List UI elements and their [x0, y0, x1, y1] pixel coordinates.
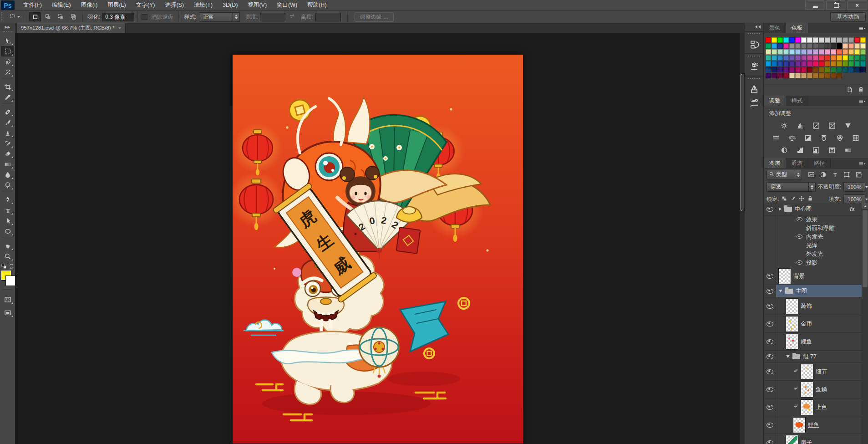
- intersect-selection-button[interactable]: [67, 12, 79, 21]
- lock-transparency-icon[interactable]: [781, 195, 787, 203]
- layer-name[interactable]: 金币: [801, 320, 812, 328]
- layer-thumbnail[interactable]: [801, 382, 813, 397]
- layer-content[interactable]: 装饰: [776, 297, 862, 315]
- color-swatch[interactable]: [777, 55, 783, 61]
- group-caret-icon[interactable]: [779, 290, 782, 292]
- color-swatch[interactable]: [772, 43, 777, 49]
- brightness-contrast-icon[interactable]: [778, 121, 790, 130]
- color-swatch[interactable]: [819, 67, 824, 72]
- color-swatch[interactable]: [825, 49, 830, 55]
- color-swatch[interactable]: [860, 43, 866, 49]
- layers-scrollbar[interactable]: [862, 203, 868, 444]
- width-input[interactable]: [260, 13, 285, 21]
- color-swatch[interactable]: [807, 67, 812, 72]
- document-tab[interactable]: 957x1281.psd @ 66.7% (主图, RGB/8) * ×: [16, 23, 126, 33]
- fx-eye-slot[interactable]: [796, 217, 803, 223]
- lasso-tool[interactable]: [1, 56, 14, 67]
- color-swatch[interactable]: [837, 49, 842, 55]
- vibrance-icon[interactable]: [842, 121, 854, 130]
- type-layer-filter-icon[interactable]: T: [830, 170, 840, 179]
- visibility-toggle[interactable]: [764, 203, 776, 215]
- layer-row-装饰[interactable]: 装饰: [764, 297, 862, 315]
- layer-name[interactable]: 装饰: [801, 302, 812, 310]
- color-swatch[interactable]: [813, 67, 818, 72]
- layer-row-斜面和浮雕[interactable]: 斜面和浮雕: [764, 224, 862, 233]
- restore-button[interactable]: [826, 0, 846, 10]
- layer-row-金币[interactable]: 金币: [764, 315, 862, 333]
- layer-row-背景[interactable]: 背景: [764, 267, 862, 285]
- panel-menu-icon[interactable]: [858, 97, 866, 106]
- magic-wand-tool[interactable]: [1, 67, 14, 77]
- visibility-toggle[interactable]: [764, 398, 776, 416]
- color-swatch[interactable]: [783, 49, 789, 55]
- color-swatch[interactable]: [777, 67, 783, 72]
- style-dropdown[interactable]: 正常: [199, 12, 240, 22]
- color-swatch[interactable]: [772, 67, 777, 72]
- clone-source-panel-icon[interactable]: [745, 96, 763, 110]
- antialias-checkbox[interactable]: [142, 14, 147, 20]
- color-swatch[interactable]: [837, 37, 842, 43]
- color-swatch[interactable]: [783, 61, 789, 66]
- hue-saturation-icon[interactable]: [770, 133, 782, 143]
- minimize-button[interactable]: [805, 0, 825, 10]
- color-swatch[interactable]: [843, 43, 848, 49]
- color-swatch[interactable]: [772, 49, 777, 55]
- layer-name[interactable]: 扇子: [801, 439, 812, 444]
- color-swatch[interactable]: [837, 61, 842, 66]
- brush-presets-panel-icon[interactable]: [745, 82, 763, 96]
- channel-mixer-icon[interactable]: [834, 133, 846, 143]
- threshold-icon[interactable]: [810, 145, 822, 155]
- layer-content[interactable]: 外发光: [776, 250, 862, 259]
- history-brush-tool[interactable]: [1, 138, 14, 148]
- layer-name[interactable]: 鱼鳞: [816, 386, 827, 393]
- color-swatch[interactable]: [819, 61, 824, 66]
- layer-content[interactable]: 投影: [776, 259, 862, 267]
- visibility-toggle[interactable]: [764, 250, 776, 259]
- expand-panels-icon[interactable]: [745, 23, 763, 31]
- visibility-toggle[interactable]: [764, 267, 776, 285]
- visibility-toggle[interactable]: [764, 285, 776, 297]
- tab-close-icon[interactable]: ×: [118, 25, 121, 31]
- menu-item-3D(D)[interactable]: 3D(D): [218, 0, 243, 10]
- options-bar-gripper[interactable]: [1, 12, 5, 21]
- black-white-icon[interactable]: [802, 133, 814, 143]
- color-swatch[interactable]: [807, 49, 812, 55]
- layer-row-细节[interactable]: 细节: [764, 363, 862, 381]
- layer-content[interactable]: 背景: [776, 267, 862, 285]
- color-swatch[interactable]: [789, 73, 795, 78]
- color-swatch[interactable]: [789, 55, 795, 61]
- color-swatch[interactable]: [801, 61, 807, 66]
- layer-name[interactable]: 斜面和浮雕: [806, 225, 835, 232]
- layer-content[interactable]: 中心图fx: [776, 203, 862, 215]
- layer-content[interactable]: 效果: [776, 215, 862, 224]
- color-swatch[interactable]: [831, 55, 836, 61]
- pixel-layer-filter-icon[interactable]: [806, 170, 816, 179]
- brush-tool[interactable]: [1, 117, 14, 128]
- exposure-icon[interactable]: [826, 121, 838, 130]
- color-swatch[interactable]: [843, 55, 848, 61]
- shape-layer-filter-icon[interactable]: [842, 170, 852, 179]
- type-tool[interactable]: T: [1, 205, 14, 215]
- zoom-tool[interactable]: [1, 251, 14, 261]
- adjustments-tab-调整[interactable]: 调整: [764, 96, 786, 106]
- lock-all-icon[interactable]: [807, 195, 813, 203]
- dodge-tool[interactable]: [1, 180, 14, 190]
- color-swatch[interactable]: [819, 55, 824, 61]
- layer-row-上色[interactable]: 上色: [764, 398, 862, 416]
- color-swatch[interactable]: [807, 43, 812, 49]
- menu-item-滤镜(T)[interactable]: 滤镜(T): [189, 0, 218, 10]
- gradient-tool[interactable]: [1, 159, 14, 169]
- color-swatch[interactable]: [783, 67, 789, 72]
- color-swatch[interactable]: [807, 55, 812, 61]
- color-swatch[interactable]: [854, 37, 860, 43]
- layer-row-效果[interactable]: 效果: [764, 215, 862, 224]
- layer-group-row-主图[interactable]: 主图: [764, 285, 862, 297]
- layer-row-光泽[interactable]: 光泽: [764, 241, 862, 250]
- color-swatch[interactable]: [766, 67, 771, 72]
- add-to-selection-button[interactable]: [42, 12, 54, 21]
- color-swatch[interactable]: [819, 37, 824, 43]
- properties-3d-panel-icon[interactable]: [745, 60, 763, 74]
- color-swatch[interactable]: [825, 43, 830, 49]
- layer-name[interactable]: 组 77: [803, 353, 817, 361]
- layer-name[interactable]: 外发光: [806, 250, 823, 258]
